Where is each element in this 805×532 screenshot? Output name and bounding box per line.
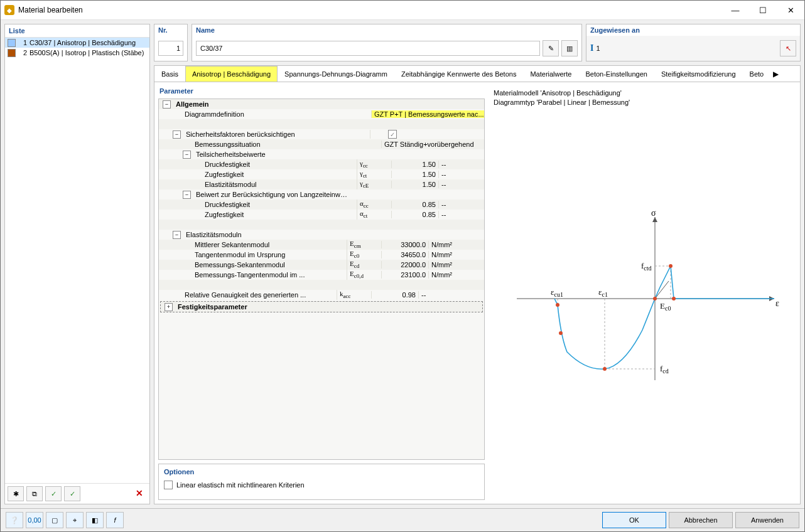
ok-button[interactable]: OK [602, 512, 666, 528]
window: ◆ Material bearbeiten — ☐ ✕ Liste 1C30/3… [0, 0, 805, 532]
param-unit: -- [438, 171, 479, 178]
param-label: Festigkeitsparameter [175, 303, 330, 311]
param-symbol: γcc [357, 159, 391, 169]
expand-toggle[interactable]: − [183, 191, 191, 199]
expand-toggle[interactable]: + [165, 303, 173, 311]
view-button-1[interactable]: ▢ [46, 512, 63, 528]
param-label: Zugfestigkeit [202, 171, 357, 178]
delete-item-button[interactable]: ✕ [132, 486, 147, 500]
param-label: Beiwert zur Berücksichtigung von Langzei… [193, 191, 348, 198]
diagram-line1: Materialmodell 'Anisotrop | Beschädigung… [494, 88, 791, 98]
epsilon-axis-label: ε [775, 299, 779, 308]
linear-elastic-checkbox[interactable] [164, 481, 173, 489]
tab[interactable]: Zeitabhängige Kennwerte des Betons [394, 66, 523, 82]
new-item-button[interactable]: ✱ [8, 486, 24, 501]
param-label: Bemessungs-Sekantenmodul [192, 261, 347, 269]
param-unit: -- [418, 291, 459, 299]
param-unit: -- [438, 161, 479, 168]
view-button-3[interactable]: ◧ [86, 512, 104, 528]
param-value[interactable]: 0.98 [371, 291, 418, 299]
tab[interactable]: Beto [743, 66, 771, 82]
param-label: Relative Genauigkeit des generierten ... [182, 291, 337, 299]
list-item[interactable]: 1C30/37 | Anisotrop | Beschädigung [5, 38, 149, 48]
param-value[interactable]: 23100.0 [381, 271, 428, 279]
param-value[interactable]: GZT P+T | Bemessungswerte nac... [371, 110, 484, 118]
tab[interactable]: Spannungs-Dehnungs-Diagramm [278, 66, 394, 82]
library-button[interactable]: ▥ [561, 40, 578, 56]
function-button[interactable]: f [106, 512, 124, 528]
expand-toggle[interactable]: − [183, 151, 191, 159]
tab[interactable]: Beton-Einstellungen [578, 66, 654, 82]
param-label: Zugfestigkeit [202, 211, 357, 218]
copy-item-button[interactable]: ⧉ [26, 486, 43, 501]
param-symbol: Ec0 [347, 250, 381, 259]
tabs: BasisAnisotrop | BeschädigungSpannungs-D… [154, 66, 800, 82]
color-swatch [8, 49, 16, 57]
recheck-button[interactable]: ✓ [64, 486, 80, 501]
param-value[interactable]: 1.50 [391, 181, 438, 188]
view-button-2[interactable]: ⌖ [66, 512, 84, 528]
svg-text:fctd: fctd [641, 261, 652, 272]
svg-text:fcd: fcd [660, 364, 669, 375]
svg-point-13 [653, 297, 657, 301]
sigma-axis-label: σ [651, 211, 656, 218]
diagram-panel: Materialmodell 'Anisotrop | Beschädigung… [489, 86, 796, 500]
parameter-panel: Parameter −AllgemeinDiagrammdefinitionGZ… [158, 86, 485, 500]
param-unit: -- [438, 201, 479, 208]
svg-point-14 [669, 264, 673, 268]
tab[interactable]: Steifigkeitsmodifizierung [654, 66, 743, 82]
units-button[interactable]: 0,00 [26, 512, 43, 528]
diagram-line2: Diagrammtyp 'Parabel | Linear | Bemessun… [494, 98, 791, 107]
edit-name-button[interactable]: ✎ [543, 40, 559, 56]
list-title: Liste [5, 24, 149, 38]
param-value[interactable]: 33000.0 [381, 241, 428, 248]
param-label: Bemessungs-Tangentenmodul im ... [192, 271, 347, 279]
name-box: Name ✎ ▥ [192, 24, 582, 61]
param-label: Diagrammdefinition [182, 110, 337, 118]
svg-text:εc1: εc1 [598, 287, 608, 298]
param-value[interactable]: 0.85 [391, 201, 438, 208]
check-list-button[interactable]: ✓ [45, 486, 62, 501]
options-title: Optionen [159, 464, 484, 477]
cancel-button[interactable]: Abbrechen [669, 512, 733, 528]
parameter-grid[interactable]: −AllgemeinDiagrammdefinitionGZT P+T | Be… [158, 98, 485, 460]
linear-elastic-label: Linear elastisch mit nichtlinearen Krite… [176, 481, 305, 489]
expand-toggle[interactable]: − [173, 231, 181, 239]
tab[interactable]: Materialwerte [523, 66, 578, 82]
list-item-num: 2 [18, 49, 27, 56]
window-title: Material bearbeiten [18, 6, 721, 14]
param-unit: -- [438, 181, 479, 188]
color-swatch [8, 39, 16, 47]
param-value[interactable]: GZT Ständig+vorübergehend [381, 141, 484, 148]
apply-button[interactable]: Anwenden [735, 512, 799, 528]
param-unit: N/mm² [428, 271, 469, 279]
titlebar: ◆ Material bearbeiten — ☐ ✕ [1, 1, 804, 20]
expand-toggle[interactable]: − [173, 130, 181, 139]
param-label: Druckfestigkeit [202, 201, 357, 208]
tab-scroll-right[interactable]: ▶ [770, 70, 781, 78]
param-value[interactable]: 22000.0 [381, 261, 428, 269]
name-input[interactable] [196, 41, 540, 56]
list-item[interactable]: 2B500S(A) | Isotrop | Plastisch (Stäbe) [5, 48, 149, 58]
maximize-button[interactable]: ☐ [749, 1, 777, 19]
svg-marker-3 [652, 217, 657, 222]
help-button[interactable]: ❔ [6, 512, 23, 528]
app-icon: ◆ [4, 5, 14, 15]
param-value[interactable]: 34650.0 [381, 251, 428, 258]
pick-assigned-button[interactable]: ↖ [780, 40, 796, 56]
param-label: Bemessungssituation [192, 141, 347, 148]
param-value[interactable]: 1.50 [391, 161, 438, 168]
assigned-box: Zugewiesen an I 1 ↖ [586, 24, 801, 61]
param-label: Tangentenmodul im Ursprung [192, 251, 347, 258]
close-button[interactable]: ✕ [777, 1, 804, 19]
param-value[interactable]: 1.50 [391, 171, 438, 178]
tab[interactable]: Basis [154, 66, 185, 82]
param-checkbox[interactable]: ✓ [388, 130, 397, 139]
expand-toggle[interactable]: − [163, 100, 171, 109]
tab[interactable]: Anisotrop | Beschädigung [185, 66, 278, 82]
param-value[interactable]: 0.85 [391, 211, 438, 218]
minimize-button[interactable]: — [721, 1, 749, 19]
assigned-label: Zugewiesen an [586, 24, 800, 36]
nr-input[interactable] [158, 41, 183, 56]
material-list[interactable]: 1C30/37 | Anisotrop | Beschädigung2B500S… [5, 38, 149, 483]
